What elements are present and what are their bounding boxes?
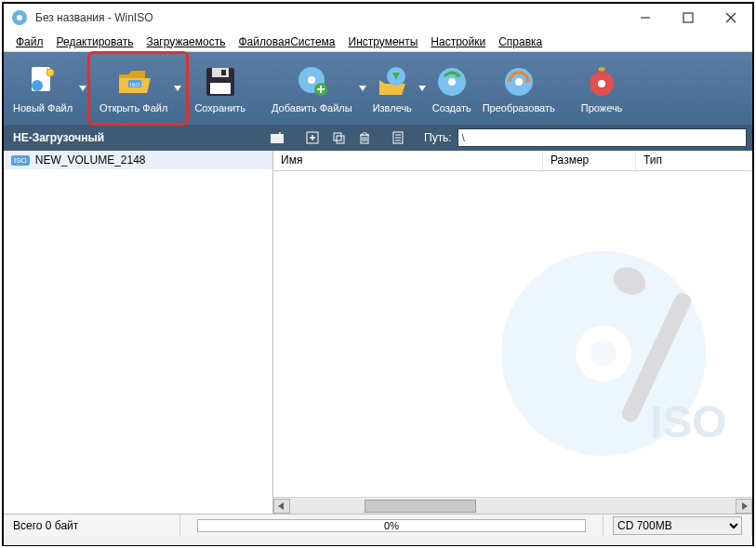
total-size-label: Всего 0 байт bbox=[4, 515, 180, 536]
extract-dropdown[interactable] bbox=[418, 60, 427, 116]
scroll-right-arrow[interactable] bbox=[736, 499, 752, 514]
new-file-dropdown[interactable] bbox=[78, 60, 87, 116]
new-folder-icon-button[interactable] bbox=[266, 127, 288, 149]
delete-icon-button[interactable] bbox=[353, 127, 376, 149]
column-name[interactable]: Имя bbox=[273, 151, 543, 170]
sub-toolbar: НЕ-Загрузочный Путь: bbox=[4, 125, 752, 151]
menu-help[interactable]: Справка bbox=[492, 35, 549, 48]
main-split: ISO NEW_VOLUME_2148 Имя Размер Тип ISO bbox=[4, 151, 752, 514]
column-size[interactable]: Размер bbox=[543, 151, 636, 170]
svg-point-20 bbox=[448, 78, 456, 86]
svg-point-24 bbox=[598, 80, 605, 87]
iso-badge-icon: ISO bbox=[11, 155, 30, 166]
save-button[interactable]: Сохранить bbox=[189, 56, 251, 121]
properties-icon-button[interactable] bbox=[387, 127, 409, 149]
minimize-button[interactable] bbox=[624, 4, 667, 32]
titlebar: Без названия - WinISO bbox=[4, 4, 752, 32]
svg-rect-28 bbox=[337, 136, 344, 143]
new-file-icon bbox=[24, 63, 61, 100]
menubar: Файл Редактировать Загружаемость Файлова… bbox=[4, 32, 752, 52]
open-file-dropdown[interactable] bbox=[173, 60, 182, 116]
burn-button[interactable]: Прожечь bbox=[576, 56, 629, 121]
progress-percent: 0% bbox=[384, 520, 399, 531]
burn-label: Прожечь bbox=[581, 102, 623, 114]
extract-label: Извлечь bbox=[373, 102, 412, 114]
svg-point-33 bbox=[590, 341, 617, 367]
path-input[interactable] bbox=[458, 128, 747, 147]
add-files-button[interactable]: Добавить Файлы bbox=[266, 56, 358, 121]
tree-item-label: NEW_VOLUME_2148 bbox=[35, 154, 146, 167]
close-button[interactable] bbox=[710, 4, 752, 32]
add-files-label: Добавить Файлы bbox=[272, 102, 352, 114]
burn-disc-icon bbox=[583, 63, 620, 100]
scroll-thumb[interactable] bbox=[365, 500, 476, 513]
disc-type-cell: CD 700MB bbox=[603, 515, 752, 536]
file-list-area[interactable]: ISO bbox=[273, 171, 752, 497]
open-file-highlight: ISO Открыть Файл bbox=[87, 51, 189, 126]
open-folder-icon: ISO bbox=[115, 63, 153, 100]
svg-point-22 bbox=[515, 78, 523, 86]
convert-label: Преобразовать bbox=[483, 102, 555, 114]
svg-point-8 bbox=[46, 69, 54, 76]
add-disc-icon bbox=[293, 63, 330, 100]
column-type[interactable]: Тип bbox=[636, 151, 752, 170]
statusbar: Всего 0 байт 0% CD 700MB bbox=[4, 514, 752, 536]
svg-text:ISO: ISO bbox=[130, 82, 140, 87]
save-label: Сохранить bbox=[194, 102, 245, 114]
floppy-icon bbox=[202, 63, 239, 100]
list-pane: Имя Размер Тип ISO bbox=[273, 151, 752, 514]
convert-disc-icon bbox=[500, 63, 537, 100]
window-title: Без названия - WinISO bbox=[35, 11, 624, 24]
svg-rect-13 bbox=[221, 70, 226, 75]
new-file-button[interactable]: Новый Файл bbox=[7, 56, 78, 121]
svg-rect-12 bbox=[212, 68, 229, 77]
toolbar: Новый Файл ISO Открыть Файл Сохранить bbox=[4, 52, 752, 125]
maximize-button[interactable] bbox=[667, 4, 710, 32]
svg-rect-27 bbox=[334, 133, 341, 140]
app-icon bbox=[11, 9, 28, 26]
open-file-button[interactable]: ISO Открыть Файл bbox=[94, 56, 173, 121]
watermark-disc-icon: ISO bbox=[492, 233, 734, 478]
add-files-dropdown[interactable] bbox=[358, 60, 367, 116]
add-icon-button[interactable] bbox=[301, 127, 324, 149]
svg-point-7 bbox=[32, 80, 43, 91]
path-label: Путь: bbox=[418, 131, 458, 144]
open-file-label: Открыть Файл bbox=[99, 102, 167, 114]
svg-rect-3 bbox=[683, 13, 693, 22]
boot-status-label: НЕ-Загрузочный bbox=[4, 131, 264, 144]
tree-item[interactable]: ISO NEW_VOLUME_2148 bbox=[4, 151, 272, 169]
scroll-left-arrow[interactable] bbox=[273, 499, 290, 514]
progress-bar: 0% bbox=[197, 519, 586, 532]
svg-point-16 bbox=[308, 76, 315, 84]
svg-text:ISO: ISO bbox=[650, 397, 727, 447]
horizontal-scrollbar[interactable] bbox=[273, 497, 752, 514]
menu-boot[interactable]: Загружаемость bbox=[139, 35, 232, 48]
menu-edit[interactable]: Редактировать bbox=[50, 35, 140, 48]
scroll-track[interactable] bbox=[290, 499, 736, 514]
copy-icon-button[interactable] bbox=[327, 127, 350, 149]
menu-settings[interactable]: Настройки bbox=[424, 35, 492, 48]
column-headers: Имя Размер Тип bbox=[273, 151, 752, 171]
disc-type-select[interactable]: CD 700MB bbox=[613, 516, 742, 535]
svg-point-1 bbox=[17, 15, 22, 20]
new-file-label: Новый Файл bbox=[13, 102, 73, 114]
extract-icon bbox=[374, 63, 411, 100]
create-button[interactable]: Создать bbox=[427, 56, 477, 121]
tree-pane: ISO NEW_VOLUME_2148 bbox=[4, 151, 273, 514]
menu-tools[interactable]: Инструменты bbox=[342, 35, 425, 48]
menu-filesystem[interactable]: ФайловаяСистема bbox=[232, 35, 341, 48]
create-disc-icon bbox=[433, 63, 471, 100]
extract-button[interactable]: Извлечь bbox=[367, 56, 418, 121]
create-label: Создать bbox=[432, 102, 471, 114]
svg-rect-14 bbox=[210, 83, 231, 94]
menu-file[interactable]: Файл bbox=[9, 35, 50, 48]
convert-button[interactable]: Преобразовать bbox=[477, 56, 561, 121]
progress-cell: 0% bbox=[180, 515, 603, 536]
